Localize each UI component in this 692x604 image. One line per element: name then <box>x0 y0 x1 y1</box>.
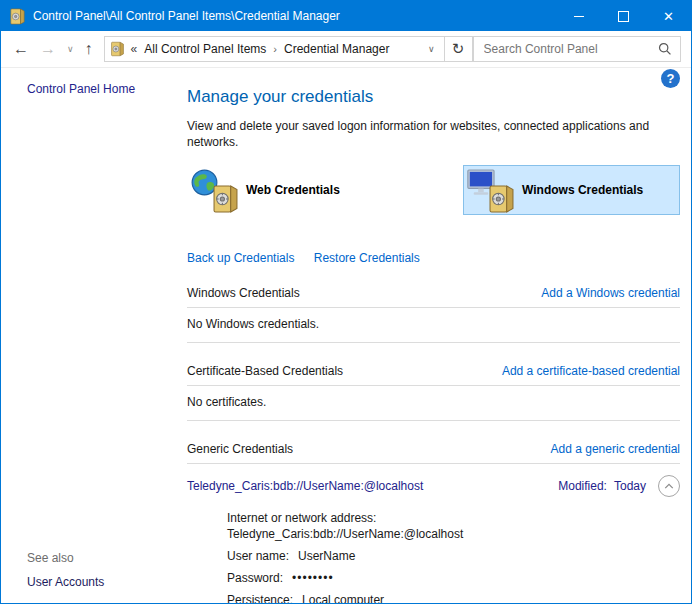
maximize-button[interactable] <box>601 1 646 31</box>
web-credentials-icon <box>190 166 246 214</box>
web-credentials-label: Web Credentials <box>246 183 340 197</box>
credential-actions-row: Back up Credentials Restore Credentials <box>187 251 680 265</box>
backup-credentials-link[interactable]: Back up Credentials <box>187 251 294 265</box>
section-title: Windows Credentials <box>187 286 300 300</box>
sidebar: Control Panel Home See also User Account… <box>1 67 187 602</box>
window-controls: ✕ <box>556 1 691 31</box>
recent-pages-chevron-icon[interactable]: ∨ <box>67 44 74 54</box>
credential-name[interactable]: Teledyne_Caris:bdb://UserName:@localhost <box>187 479 558 493</box>
breadcrumb-item-credential-manager[interactable]: Credential Manager <box>284 42 389 56</box>
up-button[interactable]: ↑ <box>85 41 93 57</box>
windows-credentials-label: Windows Credentials <box>522 183 643 197</box>
add-generic-credential-link[interactable]: Add a generic credential <box>551 442 680 456</box>
section-header-row: Windows Credentials Add a Windows creden… <box>187 286 680 308</box>
search-icon[interactable] <box>658 42 672 56</box>
address-dropdown-chevron-icon[interactable]: ∨ <box>421 44 442 54</box>
password-label: Password: <box>227 571 283 585</box>
window-title: Control Panel\All Control Panel Items\Cr… <box>33 9 556 23</box>
certificate-credentials-section: Certificate-Based Credentials Add a cert… <box>187 364 680 421</box>
refresh-icon: ↻ <box>452 40 465 58</box>
windows-credentials-icon <box>466 166 522 214</box>
collapse-credential-button[interactable] <box>658 475 680 497</box>
credential-address-value: Teledyne_Caris:bdb://UserName:@localhost <box>227 526 680 542</box>
add-certificate-credential-link[interactable]: Add a certificate-based credential <box>502 364 680 378</box>
minimize-icon <box>574 16 584 17</box>
section-title: Generic Credentials <box>187 442 293 456</box>
modified-value: Today <box>614 479 646 493</box>
breadcrumb-item-all-control-panel-items[interactable]: All Control Panel Items <box>144 42 266 56</box>
breadcrumb-separator-icon[interactable]: › <box>273 43 277 55</box>
control-panel-icon <box>111 41 124 57</box>
search-input[interactable] <box>482 41 658 57</box>
username-value: UserName <box>298 549 355 563</box>
credential-details: Internet or network address: Teledyne_Ca… <box>227 510 680 604</box>
username-label: User name: <box>227 549 289 563</box>
section-empty-text: No certificates. <box>187 386 680 421</box>
credential-entry-header[interactable]: Teledyne_Caris:bdb://UserName:@localhost… <box>187 475 680 497</box>
search-box <box>473 36 681 62</box>
forward-button[interactable]: → <box>40 41 56 57</box>
sidebar-item-control-panel-home[interactable]: Control Panel Home <box>27 82 135 96</box>
navigation-toolbar: ← → ∨ ↑ « All Control Panel Items › Cred… <box>1 31 691 68</box>
safe-icon <box>213 184 238 214</box>
sidebar-item-user-accounts[interactable]: User Accounts <box>27 575 104 589</box>
credential-password-row: Password:•••••••• <box>227 570 680 586</box>
generic-credentials-section: Generic Credentials Add a generic creden… <box>187 442 680 604</box>
persistence-value: Local computer <box>302 593 384 604</box>
minimize-button[interactable] <box>556 1 601 31</box>
credential-type-tiles: Web Credentials <box>187 165 680 215</box>
close-button[interactable]: ✕ <box>646 1 691 31</box>
refresh-button[interactable]: ↻ <box>444 36 473 62</box>
web-credentials-tile[interactable]: Web Credentials <box>187 165 463 215</box>
restore-credentials-link[interactable]: Restore Credentials <box>314 251 420 265</box>
credential-manager-window: Control Panel\All Control Panel Items\Cr… <box>0 0 692 604</box>
see-also-heading: See also <box>27 551 74 565</box>
windows-credentials-section: Windows Credentials Add a Windows creden… <box>187 286 680 343</box>
credential-manager-app-icon <box>10 8 25 25</box>
credential-username-row: User name:UserName <box>227 548 680 564</box>
add-windows-credential-link[interactable]: Add a Windows credential <box>541 286 680 300</box>
page-description: View and delete your saved logon informa… <box>187 118 673 150</box>
address-bar[interactable]: « All Control Panel Items › Credential M… <box>104 36 445 62</box>
main-content: Manage your credentials View and delete … <box>187 67 680 604</box>
section-empty-text: No Windows credentials. <box>187 308 680 343</box>
section-header-row: Generic Credentials Add a generic creden… <box>187 442 680 464</box>
section-title: Certificate-Based Credentials <box>187 364 343 378</box>
section-header-row: Certificate-Based Credentials Add a cert… <box>187 364 680 386</box>
back-button[interactable]: ← <box>13 41 29 57</box>
persistence-label: Persistence: <box>227 593 293 604</box>
title-bar: Control Panel\All Control Panel Items\Cr… <box>1 1 691 31</box>
maximize-icon <box>618 11 629 22</box>
modified-label: Modified: <box>558 479 607 493</box>
credential-persistence-row: Persistence:Local computer <box>227 592 680 604</box>
credential-address-label: Internet or network address: <box>227 510 680 526</box>
page-title: Manage your credentials <box>187 87 680 107</box>
close-icon: ✕ <box>663 9 674 24</box>
safe-icon <box>489 184 514 214</box>
chevron-up-icon <box>664 483 674 490</box>
password-value: •••••••• <box>292 571 334 585</box>
windows-credentials-tile[interactable]: Windows Credentials <box>463 165 680 215</box>
breadcrumb-overflow-icon[interactable]: « <box>131 42 138 56</box>
